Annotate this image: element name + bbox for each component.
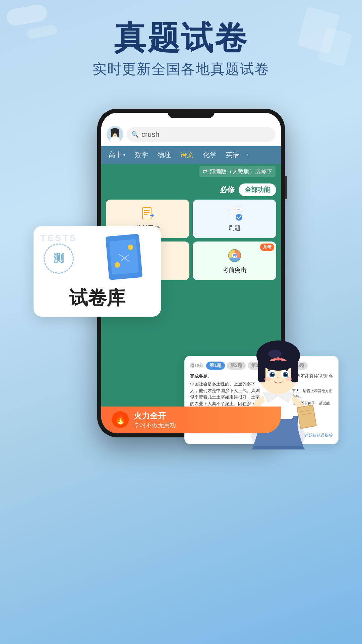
svg-point-53 bbox=[272, 373, 274, 374]
phone-bottom-banner: 🔥 火力全开 学习不做无用功 bbox=[101, 407, 281, 433]
svg-point-55 bbox=[264, 377, 271, 381]
svg-point-9 bbox=[116, 133, 117, 135]
subject-tab-english[interactable]: 英语 bbox=[221, 146, 244, 164]
svg-text:冲: 冲 bbox=[233, 253, 237, 258]
question-num-label: 题18分 bbox=[190, 363, 203, 369]
subject-tab-math[interactable]: 数学 bbox=[130, 146, 153, 164]
card-icon-area: 测 bbox=[34, 232, 161, 285]
monthly-exam-badge: 月考 bbox=[260, 244, 274, 251]
banner-texts: 火力全开 学习不做无用功 bbox=[134, 411, 176, 429]
svg-point-61 bbox=[277, 357, 280, 361]
hero-section: 真题试卷 实时更新全国各地真题试卷 bbox=[0, 0, 362, 85]
banner-text2: 学习不做无用功 bbox=[134, 421, 176, 429]
search-icon: 🔍 bbox=[131, 131, 139, 138]
svg-rect-11 bbox=[143, 208, 151, 219]
dropdown-arrow-icon: ▾ bbox=[123, 153, 125, 157]
func-card-exam-prep[interactable]: 月考 冲 考 bbox=[193, 241, 276, 280]
svg-line-1 bbox=[121, 255, 129, 260]
fire-icon: 🔥 bbox=[111, 411, 130, 429]
avatar bbox=[107, 126, 123, 143]
svg-point-20 bbox=[236, 214, 242, 221]
subject-tab-chinese[interactable]: 语文 bbox=[176, 146, 198, 164]
doc-step-1[interactable]: 第1题 bbox=[206, 362, 225, 370]
required-label: 必修 bbox=[220, 185, 235, 195]
svg-point-8 bbox=[113, 133, 114, 135]
exam-prep-icon: 冲 bbox=[226, 247, 243, 264]
func-card-exam-prep-label: 考前突击 bbox=[223, 266, 247, 274]
edition-badge[interactable]: ⇄ 部编版（人教版）必修下 bbox=[199, 166, 276, 177]
main-top-row: 必修 全部功能 bbox=[106, 183, 276, 196]
svg-point-46 bbox=[268, 350, 282, 358]
banner-text1: 火力全开 bbox=[134, 411, 176, 421]
floating-test-card: TESTS 测 试卷库 bbox=[34, 226, 161, 317]
svg-rect-21 bbox=[236, 207, 242, 211]
floating-card-title: 试卷库 bbox=[69, 285, 125, 311]
edition-icon: ⇄ bbox=[203, 168, 207, 175]
func-card-practice[interactable]: 刷题 bbox=[193, 200, 276, 238]
svg-line-0 bbox=[119, 253, 129, 262]
svg-rect-6 bbox=[111, 131, 113, 137]
phone-wrapper: TESTS 测 试卷库 bbox=[44, 99, 318, 437]
all-functions-button[interactable]: 全部功能 bbox=[239, 183, 276, 196]
test-book-icon bbox=[106, 233, 143, 280]
subject-tab-chemistry[interactable]: 化学 bbox=[198, 146, 221, 164]
phone-side-button bbox=[285, 176, 287, 199]
edition-bar: ⇄ 部编版（人教版）必修下 bbox=[101, 164, 281, 179]
edition-label: 部编版（人教版）必修下 bbox=[209, 168, 272, 175]
textbook-sync-icon bbox=[139, 205, 156, 222]
hero-subtitle: 实时更新全国各地真题试卷 bbox=[0, 60, 362, 78]
phone-notch bbox=[168, 109, 215, 118]
search-bar[interactable]: 🔍 crush bbox=[127, 127, 276, 142]
svg-point-56 bbox=[286, 377, 292, 381]
subject-tab-gaoxong[interactable]: 高中 ▾ bbox=[104, 146, 130, 164]
hero-title: 真题试卷 bbox=[0, 20, 362, 56]
func-card-practice-label: 刷题 bbox=[229, 224, 241, 232]
test-circle-icon: 测 bbox=[44, 244, 74, 274]
search-query: crush bbox=[141, 130, 160, 139]
subject-tab-physics[interactable]: 物理 bbox=[153, 146, 176, 164]
svg-text:🔥: 🔥 bbox=[115, 414, 126, 425]
subject-tabs: 高中 ▾ 数学 物理 语文 化学 英 bbox=[101, 146, 281, 164]
practice-icon bbox=[226, 205, 243, 222]
svg-rect-7 bbox=[117, 131, 119, 137]
more-subjects-icon[interactable]: › bbox=[244, 151, 251, 158]
svg-point-54 bbox=[286, 373, 287, 374]
